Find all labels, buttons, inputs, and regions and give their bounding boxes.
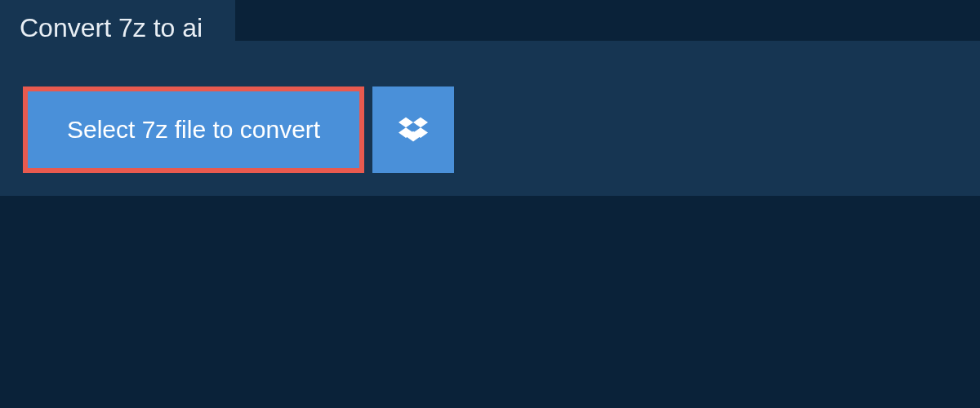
tab-title: Convert 7z to ai (20, 13, 203, 42)
dropbox-icon (399, 117, 428, 143)
tab-convert[interactable]: Convert 7z to ai (0, 0, 235, 56)
panel-content: Select 7z file to convert (0, 41, 980, 196)
select-file-button[interactable]: Select 7z file to convert (23, 86, 364, 173)
select-file-label: Select 7z file to convert (67, 116, 320, 144)
dropbox-button[interactable] (372, 86, 454, 173)
converter-panel: Convert 7z to ai Select 7z file to conve… (0, 41, 980, 196)
